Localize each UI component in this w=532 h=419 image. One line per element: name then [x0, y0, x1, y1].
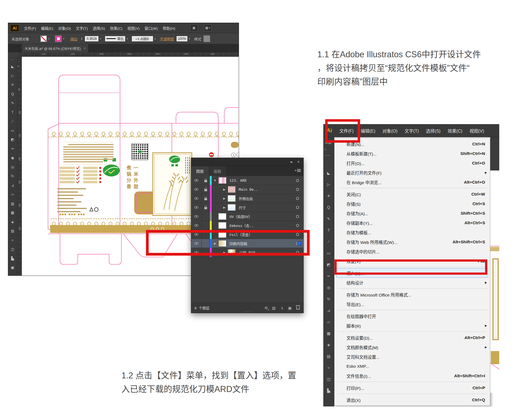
- visibility-toggle[interactable]: [191, 194, 202, 203]
- expand-caret[interactable]: ▼: [212, 179, 218, 182]
- target-icon[interactable]: [296, 215, 299, 218]
- file-menu-item[interactable]: 关闭(C) Ctrl+W: [334, 189, 490, 199]
- menu-item[interactable]: 视图(V): [126, 25, 141, 32]
- layer-thumbnail[interactable]: [218, 177, 226, 184]
- lock-toggle[interactable]: [202, 176, 210, 185]
- tool-icon[interactable]: ▣: [8, 263, 17, 272]
- tool-icon[interactable]: ▦: [8, 208, 17, 217]
- tool-icon[interactable]: ▱: [327, 316, 330, 328]
- file-menu-item[interactable]: 存储选中的切片...: [334, 247, 490, 256]
- tool-icon[interactable]: ✳: [8, 80, 17, 89]
- stroke-swatch[interactable]: [55, 35, 62, 42]
- tool-icon[interactable]: ▤: [327, 351, 330, 362]
- opacity-input[interactable]: 100%: [176, 36, 188, 42]
- menu-item[interactable]: 帮助(H): [162, 25, 176, 32]
- tool-icon[interactable]: ✑: [327, 270, 330, 282]
- file-menu-item[interactable]: 打开(O)... Ctrl+O: [334, 158, 490, 168]
- file-menu-item[interactable]: 结构设计 ▶: [334, 278, 490, 287]
- close-panel-icon[interactable]: ×: [297, 160, 300, 164]
- layer-row[interactable]: ▶ 尺寸: [191, 203, 303, 212]
- file-menu-item[interactable]: 存储为 Microsoft Office 所用格式...: [334, 290, 490, 299]
- menu-item[interactable]: 选择(S): [423, 126, 443, 136]
- tool-icon[interactable]: ✎: [327, 213, 330, 225]
- lock-toggle[interactable]: [202, 185, 210, 194]
- menu-item[interactable]: 编辑(E): [358, 126, 378, 136]
- resize-grip[interactable]: ▪▪▪▪▪▪: [244, 311, 251, 313]
- expand-caret[interactable]: ▶: [221, 197, 228, 200]
- lock-toggle[interactable]: [202, 221, 210, 230]
- tool-icon[interactable]: ▥: [8, 199, 17, 208]
- menu-item[interactable]: 窗口(W): [144, 25, 159, 32]
- stroke-profile-select[interactable]: 等比: [105, 36, 125, 42]
- stroke-width-input[interactable]: 0.3528: [85, 36, 99, 42]
- stroke-link[interactable]: 描边: [70, 36, 77, 41]
- panel-menu-icon[interactable]: ▾: [295, 169, 301, 172]
- tool-icon[interactable]: ≈: [328, 362, 330, 373]
- tool-icon[interactable]: ◈: [327, 339, 330, 351]
- layer-thumbnail[interactable]: [228, 204, 236, 211]
- tool-icon[interactable]: ≈: [8, 236, 17, 245]
- file-menu-item[interactable]: 存储副本(Y)... Alt+Ctrl+S: [334, 218, 490, 228]
- menu-item[interactable]: 效果(C): [445, 126, 465, 136]
- tool-icon[interactable]: ▙: [8, 254, 17, 263]
- target-icon[interactable]: [296, 206, 299, 209]
- stroke-stepper[interactable]: ▲▼: [81, 37, 83, 40]
- lock-toggle[interactable]: [202, 212, 210, 221]
- file-menu-item[interactable]: 从模板新建(T)... Shift+Ctrl+N: [334, 149, 490, 158]
- tool-icon[interactable]: ↻: [8, 172, 17, 181]
- tool-icon[interactable]: ▭: [8, 126, 17, 135]
- chevron-down-icon[interactable]: ▾: [189, 37, 190, 40]
- tab-layers[interactable]: 图层: [191, 166, 209, 176]
- expand-panel-icon[interactable]: »: [324, 148, 326, 151]
- style-swatch[interactable]: [204, 35, 210, 42]
- layer-row[interactable]: ▶ 外侧出血: [191, 194, 303, 203]
- file-menu-item[interactable]: 导出(E)...: [334, 299, 490, 309]
- file-menu-item[interactable]: 文档颜色模式(M) ▶: [334, 342, 490, 352]
- lock-toggle[interactable]: [202, 194, 210, 203]
- tool-icon[interactable]: ◈: [8, 217, 17, 227]
- tool-icon[interactable]: ▱: [8, 190, 17, 199]
- tool-icon[interactable]: ◎: [8, 163, 17, 172]
- layer-row[interactable]: ▼ 123. ARD: [191, 176, 303, 185]
- chevron-down-icon[interactable]: ▾: [100, 37, 101, 40]
- tool-icon[interactable]: ◫: [8, 245, 17, 254]
- layer-row[interactable]: Emboss（击..: [191, 221, 303, 230]
- tool-icon[interactable]: T: [8, 108, 17, 117]
- tool-icon[interactable]: ↻: [327, 293, 330, 305]
- locate-object-icon[interactable]: [265, 307, 267, 309]
- menu-item[interactable]: 对象(O): [57, 25, 72, 32]
- chevron-down-icon[interactable]: ▾: [48, 37, 50, 40]
- tool-icon[interactable]: ◉: [8, 153, 17, 163]
- menu-item[interactable]: 选择(S): [92, 25, 106, 32]
- file-menu-item[interactable]: 存储为(A)... Shift+Ctrl+S: [334, 208, 490, 218]
- layer-row[interactable]: ▶ Main De..: [191, 185, 303, 194]
- menu-item[interactable]: 效果(C): [109, 25, 124, 32]
- close-tab-icon[interactable]: ×: [83, 46, 86, 50]
- clipping-mask-icon[interactable]: ▧: [272, 306, 276, 310]
- file-menu-item[interactable]: 艾司科文档设置...: [334, 352, 490, 361]
- file-menu-item[interactable]: 存储为模板...: [334, 228, 490, 237]
- new-layer-icon[interactable]: ▣: [288, 306, 292, 310]
- tool-icon[interactable]: ◫: [327, 373, 330, 385]
- fill-swatch[interactable]: [40, 35, 47, 42]
- file-menu-item[interactable]: 打印(P)... Ctrl+P: [334, 383, 490, 393]
- visibility-toggle[interactable]: [191, 221, 202, 230]
- lock-toggle[interactable]: [202, 203, 210, 212]
- tool-icon[interactable]: ⊿: [327, 305, 330, 316]
- file-menu-item[interactable]: 退出(X) Ctrl+Q: [334, 395, 490, 405]
- opacity-link[interactable]: 不透明度: [160, 36, 174, 41]
- arrange-documents-button[interactable]: ▣: [190, 24, 198, 31]
- file-menu-item[interactable]: 文档设置(D)... Alt+Ctrl+P: [334, 333, 490, 342]
- menu-item[interactable]: 文字(T): [75, 25, 89, 32]
- tool-icon[interactable]: ▷: [327, 179, 330, 190]
- target-icon[interactable]: [296, 197, 299, 200]
- tool-icon[interactable]: ◣: [327, 167, 330, 179]
- target-icon[interactable]: [296, 224, 299, 227]
- tool-icon[interactable]: ✎: [8, 98, 17, 108]
- file-menu-item[interactable]: 存储(S) Ctrl+S: [334, 199, 490, 208]
- tool-icon[interactable]: ▦: [327, 328, 330, 339]
- tool-icon[interactable]: ∕: [328, 236, 329, 247]
- tab-artboards[interactable]: 画板: [209, 166, 226, 176]
- chevron-down-icon[interactable]: ▾: [127, 37, 128, 40]
- tool-icon[interactable]: ◩: [327, 259, 330, 270]
